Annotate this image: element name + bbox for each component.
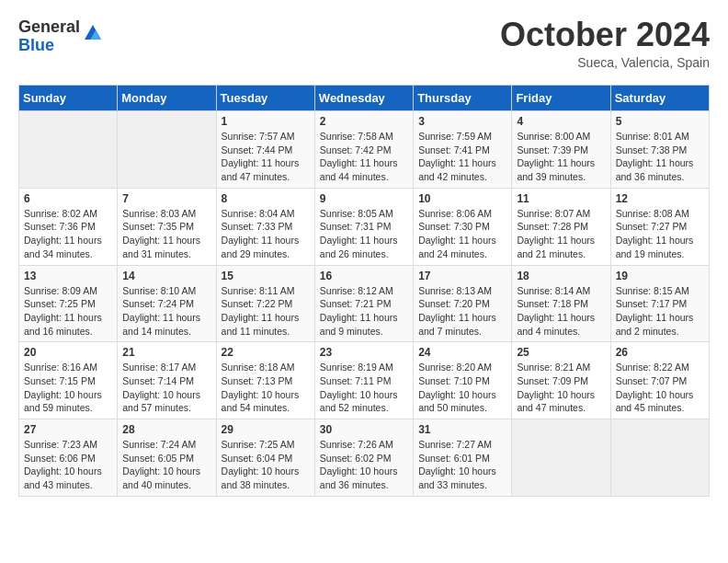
day-number: 9 — [320, 192, 408, 205]
day-cell: 25Sunrise: 8:21 AMSunset: 7:09 PMDayligh… — [512, 342, 610, 419]
day-cell: 4Sunrise: 8:00 AMSunset: 7:39 PMDaylight… — [512, 111, 610, 189]
day-number: 6 — [24, 192, 112, 205]
day-cell: 23Sunrise: 8:19 AMSunset: 7:11 PMDayligh… — [314, 342, 413, 419]
day-number: 11 — [517, 192, 605, 205]
day-number: 21 — [122, 346, 210, 359]
logo-icon — [83, 23, 103, 43]
day-number: 22 — [222, 346, 310, 359]
day-info: Sunrise: 7:25 AMSunset: 6:04 PMDaylight:… — [222, 438, 310, 492]
month-title: October 2024 — [500, 18, 710, 52]
day-info: Sunrise: 8:04 AMSunset: 7:33 PMDaylight:… — [222, 207, 310, 261]
day-cell: 21Sunrise: 8:17 AMSunset: 7:14 PMDayligh… — [118, 342, 216, 419]
day-info: Sunrise: 8:06 AMSunset: 7:30 PMDaylight:… — [418, 207, 506, 261]
day-cell: 10Sunrise: 8:06 AMSunset: 7:30 PMDayligh… — [414, 188, 512, 265]
day-info: Sunrise: 8:08 AMSunset: 7:27 PMDaylight:… — [616, 207, 704, 261]
day-cell: 31Sunrise: 7:27 AMSunset: 6:01 PMDayligh… — [414, 419, 512, 497]
day-number: 25 — [517, 346, 605, 359]
day-info: Sunrise: 8:02 AMSunset: 7:36 PMDaylight:… — [24, 207, 112, 261]
logo-general-text: General — [18, 18, 80, 37]
day-info: Sunrise: 8:20 AMSunset: 7:10 PMDaylight:… — [418, 361, 506, 415]
day-number: 19 — [616, 270, 704, 282]
day-info: Sunrise: 8:03 AMSunset: 7:35 PMDaylight:… — [122, 207, 210, 261]
day-info: Sunrise: 8:19 AMSunset: 7:11 PMDaylight:… — [320, 361, 408, 415]
day-number: 1 — [222, 115, 310, 128]
day-cell — [19, 111, 118, 189]
day-cell — [512, 419, 610, 497]
day-info: Sunrise: 7:58 AMSunset: 7:42 PMDaylight:… — [320, 130, 408, 184]
calendar-table: SundayMondayTuesdayWednesdayThursdayFrid… — [18, 85, 710, 497]
week-row-2: 6Sunrise: 8:02 AMSunset: 7:36 PMDaylight… — [19, 188, 710, 265]
day-cell: 24Sunrise: 8:20 AMSunset: 7:10 PMDayligh… — [414, 342, 512, 419]
day-info: Sunrise: 7:57 AMSunset: 7:44 PMDaylight:… — [222, 130, 310, 184]
day-number: 31 — [418, 423, 506, 436]
day-number: 7 — [122, 192, 210, 205]
logo-blue-text: Blue — [18, 37, 80, 55]
header-cell-thursday: Thursday — [414, 86, 512, 111]
day-number: 14 — [122, 270, 210, 282]
day-cell — [610, 419, 709, 497]
day-number: 17 — [418, 270, 506, 282]
day-cell: 22Sunrise: 8:18 AMSunset: 7:13 PMDayligh… — [216, 342, 314, 419]
header-cell-wednesday: Wednesday — [314, 86, 413, 111]
day-cell — [118, 111, 216, 189]
day-number: 3 — [418, 115, 506, 128]
day-info: Sunrise: 7:24 AMSunset: 6:05 PMDaylight:… — [122, 438, 210, 492]
day-cell: 28Sunrise: 7:24 AMSunset: 6:05 PMDayligh… — [118, 419, 216, 497]
title-section: October 2024 Sueca, Valencia, Spain — [500, 18, 710, 70]
day-info: Sunrise: 8:00 AMSunset: 7:39 PMDaylight:… — [517, 130, 605, 184]
day-info: Sunrise: 8:07 AMSunset: 7:28 PMDaylight:… — [517, 207, 605, 261]
day-number: 30 — [320, 423, 408, 436]
day-cell: 14Sunrise: 8:10 AMSunset: 7:24 PMDayligh… — [118, 265, 216, 342]
calendar-header: SundayMondayTuesdayWednesdayThursdayFrid… — [19, 86, 710, 111]
day-info: Sunrise: 7:59 AMSunset: 7:41 PMDaylight:… — [418, 130, 506, 184]
day-cell: 15Sunrise: 8:11 AMSunset: 7:22 PMDayligh… — [216, 265, 314, 342]
day-info: Sunrise: 8:10 AMSunset: 7:24 PMDaylight:… — [122, 284, 210, 339]
day-cell: 20Sunrise: 8:16 AMSunset: 7:15 PMDayligh… — [19, 342, 118, 419]
day-cell: 7Sunrise: 8:03 AMSunset: 7:35 PMDaylight… — [118, 188, 216, 265]
day-cell: 13Sunrise: 8:09 AMSunset: 7:25 PMDayligh… — [19, 265, 118, 342]
day-info: Sunrise: 7:23 AMSunset: 6:06 PMDaylight:… — [24, 438, 112, 492]
day-cell: 18Sunrise: 8:14 AMSunset: 7:18 PMDayligh… — [512, 265, 610, 342]
day-cell: 3Sunrise: 7:59 AMSunset: 7:41 PMDaylight… — [414, 111, 512, 189]
day-info: Sunrise: 8:05 AMSunset: 7:31 PMDaylight:… — [320, 207, 408, 261]
day-cell: 30Sunrise: 7:26 AMSunset: 6:02 PMDayligh… — [314, 419, 413, 497]
day-number: 24 — [418, 346, 506, 359]
page-header: General Blue October 2024 Sueca, Valenci… — [18, 18, 710, 70]
week-row-4: 20Sunrise: 8:16 AMSunset: 7:15 PMDayligh… — [19, 342, 710, 419]
day-number: 16 — [320, 270, 408, 282]
day-info: Sunrise: 8:12 AMSunset: 7:21 PMDaylight:… — [320, 284, 408, 339]
location-text: Sueca, Valencia, Spain — [500, 55, 710, 70]
week-row-3: 13Sunrise: 8:09 AMSunset: 7:25 PMDayligh… — [19, 265, 710, 342]
day-cell: 8Sunrise: 8:04 AMSunset: 7:33 PMDaylight… — [216, 188, 314, 265]
day-cell: 19Sunrise: 8:15 AMSunset: 7:17 PMDayligh… — [610, 265, 709, 342]
day-cell: 9Sunrise: 8:05 AMSunset: 7:31 PMDaylight… — [314, 188, 413, 265]
day-info: Sunrise: 8:01 AMSunset: 7:38 PMDaylight:… — [616, 130, 704, 184]
day-cell: 29Sunrise: 7:25 AMSunset: 6:04 PMDayligh… — [216, 419, 314, 497]
day-cell: 12Sunrise: 8:08 AMSunset: 7:27 PMDayligh… — [610, 188, 709, 265]
day-number: 18 — [517, 270, 605, 282]
day-number: 13 — [24, 270, 112, 282]
week-row-1: 1Sunrise: 7:57 AMSunset: 7:44 PMDaylight… — [19, 111, 710, 189]
day-number: 8 — [222, 192, 310, 205]
header-cell-friday: Friday — [512, 86, 610, 111]
day-number: 4 — [517, 115, 605, 128]
day-cell: 5Sunrise: 8:01 AMSunset: 7:38 PMDaylight… — [610, 111, 709, 189]
day-cell: 1Sunrise: 7:57 AMSunset: 7:44 PMDaylight… — [216, 111, 314, 189]
header-cell-monday: Monday — [118, 86, 216, 111]
day-cell: 27Sunrise: 7:23 AMSunset: 6:06 PMDayligh… — [19, 419, 118, 497]
day-number: 27 — [24, 423, 112, 436]
day-number: 28 — [122, 423, 210, 436]
day-cell: 16Sunrise: 8:12 AMSunset: 7:21 PMDayligh… — [314, 265, 413, 342]
day-number: 20 — [24, 346, 112, 359]
day-number: 2 — [320, 115, 408, 128]
day-cell: 26Sunrise: 8:22 AMSunset: 7:07 PMDayligh… — [610, 342, 709, 419]
header-cell-sunday: Sunday — [19, 86, 118, 111]
day-info: Sunrise: 8:14 AMSunset: 7:18 PMDaylight:… — [517, 284, 605, 339]
day-info: Sunrise: 7:26 AMSunset: 6:02 PMDaylight:… — [320, 438, 408, 492]
day-number: 5 — [616, 115, 704, 128]
day-info: Sunrise: 8:11 AMSunset: 7:22 PMDaylight:… — [222, 284, 310, 339]
day-number: 23 — [320, 346, 408, 359]
day-info: Sunrise: 8:18 AMSunset: 7:13 PMDaylight:… — [222, 361, 310, 415]
header-cell-saturday: Saturday — [610, 86, 709, 111]
day-cell: 11Sunrise: 8:07 AMSunset: 7:28 PMDayligh… — [512, 188, 610, 265]
